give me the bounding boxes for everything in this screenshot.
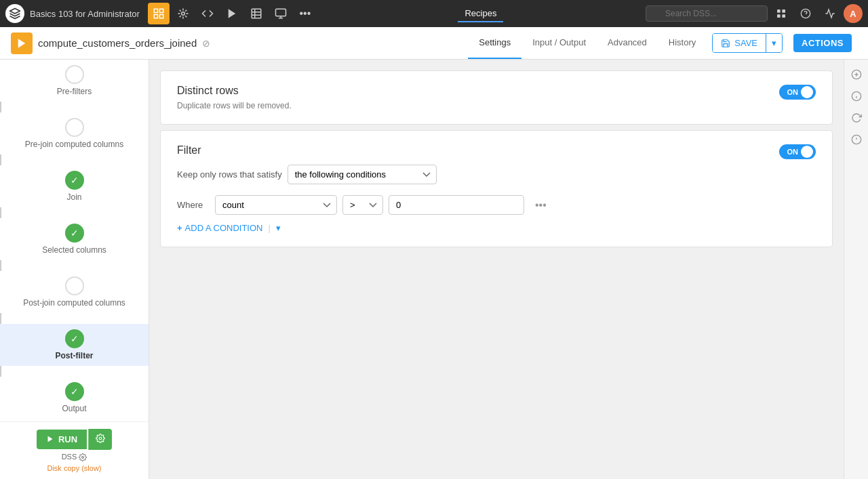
filter-toggle-label: ON — [787, 148, 799, 156]
run-settings-button[interactable] — [88, 429, 112, 450]
table-icon-btn[interactable] — [245, 3, 267, 24]
filter-toggle[interactable]: ON — [779, 144, 816, 159]
filter-card: ON Filter Keep only rows that satisfy al… — [160, 130, 833, 247]
distinct-rows-toggle[interactable]: ON — [779, 85, 816, 100]
subheader: compute_customers_orders_joined ⊘ Settin… — [0, 27, 868, 60]
app-logo[interactable] — [5, 4, 24, 23]
svg-rect-11 — [777, 14, 781, 18]
filter-operator-select[interactable]: > < = — [342, 195, 383, 215]
tab-advanced[interactable]: Advanced — [597, 27, 658, 59]
flow-icon-btn[interactable] — [148, 3, 170, 24]
run-icon-btn[interactable] — [221, 3, 243, 24]
distinct-rows-toggle-ball — [801, 86, 813, 98]
run-info: DSS — [62, 453, 87, 461]
app-title: Basics 103 for Administrator — [30, 9, 140, 19]
disk-copy-label[interactable]: Disk copy (slow) — [47, 464, 101, 472]
grid-icon-btn[interactable] — [770, 3, 792, 24]
content-area: Distinct rows Duplicate rows will be rem… — [149, 60, 844, 479]
add-condition-label: ADD A CONDITION — [185, 223, 263, 233]
save-label: SAVE — [734, 38, 757, 48]
sidebar-step-post-filter[interactable]: ✓ Post-filter — [0, 324, 149, 366]
sidebar-step-selected-columns[interactable]: ✓ Selected columns — [0, 218, 149, 260]
right-add-btn[interactable] — [847, 65, 866, 84]
chart-icon-btn[interactable] — [819, 3, 841, 24]
filter-toggle-wrap: ON — [779, 144, 816, 159]
step-connector-4 — [0, 260, 1, 271]
step-connector-5 — [0, 313, 1, 324]
sidebar-step-pre-join[interactable]: Pre-join computed columns — [0, 112, 149, 154]
dss-label: DSS — [62, 453, 77, 461]
distinct-rows-text: Distinct rows Duplicate rows will be rem… — [177, 85, 292, 110]
run-bar: RUN DSS Disk copy (slow) — [0, 421, 149, 479]
sidebar-step-pre-filters[interactable]: Pre-filters — [0, 60, 149, 102]
filter-column-select[interactable]: count — [215, 195, 337, 215]
filter-value-input[interactable] — [389, 195, 524, 215]
step-circle-pre-filters — [65, 65, 84, 84]
step-connector-3 — [0, 207, 1, 218]
step-circle-pre-join — [65, 118, 84, 137]
tab-settings[interactable]: Settings — [468, 27, 521, 59]
main-layout: Pre-filters Pre-join computed columns ✓ … — [0, 60, 868, 479]
recipes-tab[interactable]: Recipes — [458, 5, 503, 22]
help-icon-btn[interactable] — [795, 3, 816, 24]
distinct-rows-toggle-wrap: ON — [779, 85, 816, 100]
search-input[interactable] — [646, 5, 768, 22]
step-connector-6 — [0, 366, 1, 377]
step-circle-post-filter: ✓ — [65, 329, 84, 348]
sidebar-step-join[interactable]: ✓ Join — [0, 165, 149, 207]
svg-marker-1 — [229, 9, 236, 18]
filter-title: Filter — [177, 144, 816, 157]
step-label-output: Output — [62, 404, 86, 413]
monitor-icon-btn[interactable] — [270, 3, 292, 24]
where-row: Where count > < = ••• — [177, 195, 816, 215]
right-info-btn[interactable] — [847, 87, 866, 106]
run-button[interactable]: RUN — [37, 430, 87, 449]
distinct-rows-title: Distinct rows — [177, 85, 292, 97]
tab-bar: Settings Input / Output Advanced History — [468, 27, 707, 59]
tab-input-output[interactable]: Input / Output — [521, 27, 597, 59]
code-icon-btn[interactable] — [197, 3, 218, 24]
distinct-rows-card: Distinct rows Duplicate rows will be rem… — [160, 70, 833, 125]
right-sidebar — [844, 60, 868, 479]
search-wrap: 🔍 — [646, 5, 768, 22]
filter-keep-label: Keep only rows that satisfy — [177, 169, 282, 180]
save-button[interactable]: SAVE — [713, 34, 766, 52]
tab-history[interactable]: History — [658, 27, 707, 59]
svg-marker-15 — [18, 39, 26, 48]
svg-rect-9 — [777, 9, 781, 13]
distinct-rows-toggle-label: ON — [787, 88, 799, 96]
distinct-rows-desc: Duplicate rows will be removed. — [177, 101, 292, 110]
filter-more-button[interactable]: ••• — [530, 196, 552, 214]
right-settings-btn[interactable] — [847, 130, 866, 149]
step-label-pre-filters: Pre-filters — [57, 87, 92, 96]
more-icon-btn[interactable]: ••• — [294, 3, 316, 24]
save-dropdown-btn[interactable]: ▾ — [766, 34, 782, 52]
topbar: Basics 103 for Administrator ••• Recipes… — [0, 0, 868, 27]
sidebar: Pre-filters Pre-join computed columns ✓ … — [0, 60, 149, 479]
schema-icon-btn[interactable] — [172, 3, 194, 24]
sidebar-step-output[interactable]: ✓ Output — [0, 377, 149, 419]
svg-point-18 — [82, 457, 84, 459]
filter-condition-select[interactable]: all of the following conditions any of t… — [288, 165, 437, 184]
plus-icon: + — [177, 223, 182, 233]
filter-toggle-ball — [801, 146, 813, 158]
svg-rect-2 — [252, 9, 261, 18]
add-condition-button[interactable]: + ADD A CONDITION — [177, 223, 262, 233]
actions-button[interactable]: ACTIONS — [793, 34, 852, 52]
recipe-help-icon[interactable]: ⊘ — [202, 38, 210, 49]
add-condition-row: + ADD A CONDITION | ▾ — [177, 223, 816, 233]
right-refresh-btn[interactable] — [847, 108, 866, 127]
filter-condition-row: Keep only rows that satisfy all of the f… — [177, 165, 816, 184]
svg-point-0 — [182, 12, 185, 16]
topbar-right-icons: A — [770, 3, 863, 24]
recipe-type-icon — [11, 33, 33, 54]
svg-rect-12 — [782, 14, 785, 18]
step-label-selected-columns: Selected columns — [42, 245, 106, 255]
sidebar-step-post-join-computed[interactable]: Post-join computed columns — [0, 271, 149, 313]
distinct-rows-header-row: Distinct rows Duplicate rows will be rem… — [177, 85, 816, 110]
add-condition-divider: | — [268, 223, 270, 233]
step-label-post-join-computed: Post-join computed columns — [23, 298, 125, 308]
user-avatar[interactable]: A — [844, 4, 863, 23]
add-condition-dropdown-btn[interactable]: ▾ — [276, 223, 281, 233]
step-label-join: Join — [66, 192, 81, 202]
